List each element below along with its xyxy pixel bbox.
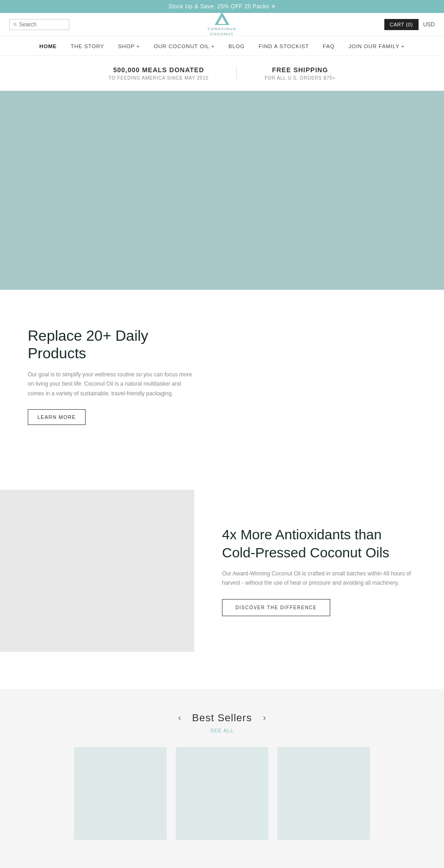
see-all-link[interactable]: SEE ALL — [0, 728, 444, 733]
logo-text: CONSCIOUS COCONUT — [208, 27, 236, 37]
svg-point-0 — [14, 23, 16, 25]
stats-bar: 500,000 MEALS DONATED TO FEEDING AMERICA… — [0, 56, 444, 91]
search-icon — [13, 22, 17, 27]
nav-home[interactable]: HOME — [39, 44, 57, 49]
top-banner: Stock Up & Save: 25% OFF 25 Packs ✳ — [0, 0, 444, 13]
nav-find-stockist[interactable]: FIND A STOCKIST — [259, 44, 309, 49]
antioxidants-heading: 4x More Antioxidants than Cold-Pressed C… — [222, 525, 416, 562]
product-image — [176, 747, 268, 840]
products-grid — [0, 733, 444, 854]
main-nav: HOME THE STORY SHOP + OUR COCONUT OIL + … — [0, 36, 444, 56]
replace-content: Replace 20+ Daily Products Our goal is t… — [28, 327, 194, 425]
banner-text: Stock Up & Save: 25% OFF 25 Packs ✳ — [168, 3, 276, 10]
hero-banner — [0, 91, 444, 290]
best-sellers-section: ‹ Best Sellers › SEE ALL — [0, 689, 444, 868]
nav-join-our-family[interactable]: JOIN OUR FAMILY + — [348, 44, 405, 49]
nav-our-coconut-oil[interactable]: OUR COCONUT OIL + — [154, 44, 215, 49]
header-right: CART (0) USD — [384, 19, 435, 30]
replace-body: Our goal is to simplify your wellness ro… — [28, 370, 194, 398]
logo: CONSCIOUS COCONUT — [208, 12, 236, 37]
carousel-prev-button[interactable]: ‹ — [176, 713, 183, 723]
product-card — [278, 747, 370, 840]
nav-blog[interactable]: BLOG — [228, 44, 245, 49]
nav-the-story[interactable]: THE STORY — [71, 44, 105, 49]
stat-shipping: FREE SHIPPING FOR ALL U.S. ORDERS $75+ — [236, 66, 363, 81]
product-image — [74, 747, 166, 840]
antioxidants-image — [0, 490, 194, 652]
nav-faq[interactable]: FAQ — [323, 44, 334, 49]
nav-shop[interactable]: SHOP + — [118, 44, 140, 49]
stat-meals-subtitle: TO FEEDING AMERICA SINCE MAY 2015 — [109, 75, 209, 81]
stat-meals: 500,000 MEALS DONATED TO FEEDING AMERICA… — [81, 66, 236, 81]
logo-triangle-icon — [215, 12, 229, 25]
learn-more-button[interactable]: LEARN MORE — [28, 409, 86, 425]
cart-button[interactable]: CART (0) — [384, 19, 419, 30]
search-input[interactable] — [19, 21, 65, 28]
section-replace: Replace 20+ Daily Products Our goal is t… — [0, 290, 444, 462]
best-sellers-title: Best Sellers — [192, 712, 252, 724]
stat-shipping-subtitle: FOR ALL U.S. ORDERS $75+ — [265, 75, 335, 81]
carousel-next-button[interactable]: › — [261, 713, 268, 723]
replace-heading: Replace 20+ Daily Products — [28, 327, 194, 362]
search-form[interactable] — [9, 19, 69, 30]
discover-button[interactable]: DISCOVER THE DIFFERENCE — [222, 599, 330, 616]
svg-line-1 — [16, 25, 17, 26]
antioxidants-body: Our Award-Winning Coconut Oil is crafted… — [222, 569, 416, 588]
product-card — [74, 747, 166, 840]
product-image — [278, 747, 370, 840]
stat-shipping-title: FREE SHIPPING — [265, 66, 335, 74]
product-card — [176, 747, 268, 840]
currency-button[interactable]: USD — [423, 21, 435, 28]
header: CONSCIOUS COCONUT CART (0) USD — [0, 13, 444, 36]
section-antioxidants: 4x More Antioxidants than Cold-Pressed C… — [0, 462, 444, 689]
best-sellers-header: ‹ Best Sellers › — [0, 712, 444, 724]
stat-meals-title: 500,000 MEALS DONATED — [109, 66, 209, 74]
antioxidants-content: 4x More Antioxidants than Cold-Pressed C… — [194, 507, 444, 635]
